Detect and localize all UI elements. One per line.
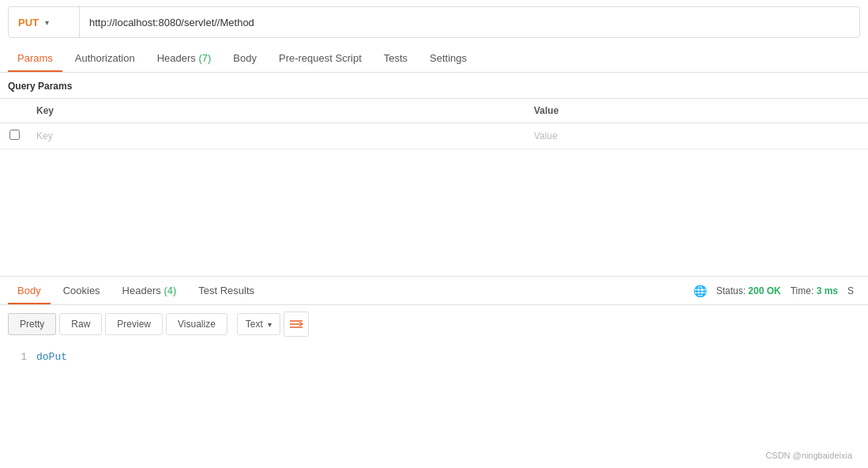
tab-tests[interactable]: Tests <box>374 44 417 72</box>
top-tabs-row: Params Authorization Headers (7) Body Pr… <box>0 44 868 73</box>
status-area: 🌐 Status: 200 OK Time: 3 ms S <box>693 285 860 297</box>
time-value: 3 ms <box>817 285 838 296</box>
tab-body[interactable]: Body <box>224 44 266 72</box>
response-view-controls: Pretty Raw Preview Visualize Text ▾ <box>0 305 868 343</box>
wrap-button[interactable] <box>284 311 309 337</box>
row-checkbox-cell[interactable] <box>0 123 28 149</box>
tab-settings[interactable]: Settings <box>420 44 476 72</box>
row-checkbox[interactable] <box>9 130 20 140</box>
key-cell[interactable]: Key <box>28 123 526 149</box>
wrap-icon <box>289 319 303 330</box>
value-cell[interactable]: Value <box>526 123 868 149</box>
tab-test-results[interactable]: Test Results <box>189 277 264 304</box>
table-header-value: Value <box>526 99 868 123</box>
time-label: Time: 3 ms <box>791 285 838 296</box>
tab-response-body[interactable]: Body <box>8 277 51 304</box>
view-tab-preview[interactable]: Preview <box>105 313 163 335</box>
view-tab-visualize[interactable]: Visualize <box>166 313 227 335</box>
method-chevron-icon: ▾ <box>45 18 49 27</box>
line-number-1: 1 <box>11 351 27 363</box>
status-value: 200 OK <box>748 285 780 296</box>
method-selector[interactable]: PUT ▾ <box>9 7 80 37</box>
table-header-key: Key <box>28 99 526 123</box>
tab-authorization[interactable]: Authorization <box>66 44 145 72</box>
view-tab-pretty[interactable]: Pretty <box>8 313 56 335</box>
table-header-checkbox <box>0 99 28 123</box>
tab-pre-request-script[interactable]: Pre-request Script <box>269 44 371 72</box>
globe-icon: 🌐 <box>693 285 707 297</box>
response-body: 1doPut <box>0 343 868 371</box>
url-bar: PUT ▾ <box>8 6 860 38</box>
status-label: Status: 200 OK <box>716 285 781 296</box>
dropdown-chevron-icon: ▾ <box>268 320 272 329</box>
bottom-tabs-row: Body Cookies Headers (4) Test Results 🌐 … <box>0 277 868 305</box>
tab-headers[interactable]: Headers (7) <box>148 44 221 72</box>
size-label: S <box>847 285 854 296</box>
query-params-title: Query Params <box>0 73 868 98</box>
method-label: PUT <box>18 17 39 28</box>
response-code: doPut <box>36 351 67 363</box>
view-tab-raw[interactable]: Raw <box>59 313 102 335</box>
tab-response-headers[interactable]: Headers (4) <box>113 277 186 304</box>
tab-params[interactable]: Params <box>8 44 62 72</box>
table-row: Key Value <box>0 123 868 149</box>
params-table: Key Value Key Value <box>0 98 868 149</box>
watermark: CSDN @ningbaideixia <box>765 451 852 460</box>
tab-cookies[interactable]: Cookies <box>54 277 110 304</box>
format-dropdown[interactable]: Text ▾ <box>237 313 280 335</box>
url-input[interactable] <box>80 17 859 28</box>
